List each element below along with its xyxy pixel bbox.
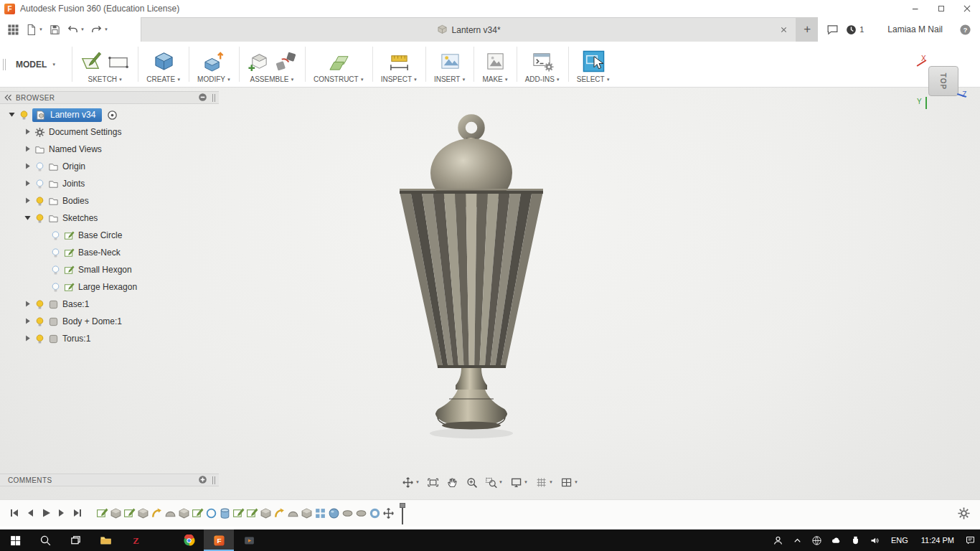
bulb-on-icon[interactable] — [34, 196, 45, 207]
measure-icon[interactable] — [388, 50, 410, 72]
timeline-scrubber[interactable] — [398, 503, 407, 524]
start-icon[interactable] — [0, 529, 30, 551]
ribbon-group-label[interactable]: SKETCH▼ — [88, 75, 123, 83]
chrome-icon[interactable] — [174, 529, 204, 551]
timeline-feature-dome-icon[interactable] — [287, 507, 299, 519]
timeline-feature-sketch-icon[interactable] — [123, 507, 136, 519]
bulb-off-icon[interactable] — [50, 230, 61, 241]
activate-component-radio-icon[interactable] — [107, 110, 118, 121]
panel-grip[interactable] — [212, 476, 215, 484]
tree-item-label[interactable]: Large Hexagon — [78, 282, 137, 292]
ribbon-group-label[interactable]: SELECT▼ — [577, 75, 611, 83]
timeline-feature-sketch-icon[interactable] — [96, 507, 108, 519]
lantern-body[interactable] — [400, 192, 543, 367]
step-forward-icon[interactable] — [56, 507, 69, 520]
skip-start-icon[interactable] — [9, 507, 22, 520]
document-tab[interactable]: Lantern v34* — [141, 17, 796, 42]
tree-item-label[interactable]: Sketches — [62, 213, 98, 223]
timeline-feature-extrude-icon[interactable] — [260, 507, 272, 519]
file-icon[interactable]: ▼ — [24, 20, 44, 39]
collapse-arrow-icon[interactable] — [23, 334, 33, 344]
fusion-icon[interactable]: F — [204, 529, 234, 551]
expand-arrow-icon[interactable] — [7, 110, 17, 120]
tree-item-label[interactable]: Document Settings — [49, 127, 121, 137]
maximize-icon[interactable] — [928, 0, 954, 17]
timeline-feature-sketch-icon[interactable] — [246, 507, 258, 519]
bulb-off-icon[interactable] — [34, 161, 45, 172]
tree-item-label[interactable]: Small Hexgon — [78, 265, 132, 275]
expand-panel-icon[interactable] — [198, 475, 208, 485]
tree-item-origin[interactable]: Origin — [0, 158, 219, 175]
make-icon[interactable] — [484, 50, 507, 72]
tree-item-label[interactable]: Base-Neck — [78, 248, 121, 258]
collapse-arrow-icon[interactable] — [23, 196, 33, 206]
view-cube-face[interactable]: TOP — [928, 66, 958, 96]
timeline-feature-move-icon[interactable] — [382, 507, 395, 519]
person-icon[interactable] — [768, 529, 788, 551]
timeline-feature-dome-icon[interactable] — [164, 507, 176, 519]
ribbon-group-label[interactable]: CREATE▼ — [146, 75, 181, 83]
ribbon-group-create[interactable]: CREATE▼ — [140, 42, 187, 87]
minimize-icon[interactable] — [903, 0, 928, 17]
timeline-feature-sweep-icon[interactable] — [151, 507, 163, 519]
ribbon-group-sketch[interactable]: SKETCH▼ — [74, 42, 136, 87]
timeline-feature-sweep-icon[interactable] — [273, 507, 286, 519]
timeline-feature-sketch-icon[interactable] — [192, 507, 204, 519]
tree-item-large-hexagon[interactable]: Large Hexagon — [0, 278, 219, 296]
tree-item-label[interactable]: Torus:1 — [62, 334, 90, 344]
tree-item-body-dome-1[interactable]: Body + Dome:1 — [0, 313, 219, 330]
tree-item-lantern-v34[interactable]: Lantern v34 — [0, 106, 219, 123]
ribbon-group-label[interactable]: ASSEMBLE▼ — [250, 75, 294, 83]
ribbon-group-label[interactable]: MAKE▼ — [482, 75, 508, 83]
media-player-icon[interactable] — [234, 529, 264, 551]
bulb-on-icon[interactable] — [19, 110, 29, 121]
ribbon-group-select[interactable]: SELECT▼ — [570, 42, 617, 87]
tree-item-base-1[interactable]: Base:1 — [0, 296, 219, 313]
tree-item-label[interactable]: Lantern v34 — [50, 110, 95, 120]
ribbon-group-label[interactable]: INSPECT▼ — [381, 75, 418, 83]
plane-icon[interactable] — [328, 50, 350, 72]
ribbon-group-label[interactable]: MODIFY▼ — [197, 75, 231, 83]
lantern-ring[interactable] — [462, 118, 481, 138]
tree-item-label[interactable]: Joints — [62, 179, 85, 189]
pan-icon[interactable]: ▼ — [399, 474, 423, 491]
new-tab-button[interactable]: + — [796, 17, 818, 42]
ribbon-group-label[interactable]: CONSTRUCT▼ — [314, 75, 364, 83]
collapse-arrow-icon[interactable] — [23, 144, 33, 154]
select-icon[interactable] — [583, 50, 605, 72]
box-icon[interactable] — [153, 50, 175, 72]
bulb-off-icon[interactable] — [50, 248, 61, 258]
collapse-arrow-icon[interactable] — [23, 316, 33, 326]
speaker-icon[interactable] — [865, 529, 885, 551]
timeline-feature-sketch-icon[interactable] — [232, 507, 245, 519]
network-icon[interactable] — [807, 529, 826, 551]
usb-icon[interactable] — [846, 529, 865, 551]
tab-close-icon[interactable] — [777, 24, 790, 37]
timeline-feature-cylinder-icon[interactable] — [219, 507, 231, 519]
expand-arrow-icon[interactable] — [23, 213, 33, 223]
zotero-icon[interactable]: Z — [121, 529, 151, 551]
ribbon-group-insert[interactable]: INSERT▼ — [428, 42, 472, 87]
layout-grid-icon[interactable]: ▼ — [532, 474, 556, 491]
tree-item-label[interactable]: Named Views — [49, 144, 102, 154]
panel-grip[interactable] — [212, 94, 215, 102]
tree-item-label[interactable]: Base Circle — [78, 230, 122, 240]
canvas-icon[interactable] — [439, 50, 461, 72]
model-viewport[interactable]: BROWSER Lantern v34Document SettingsName… — [0, 88, 980, 499]
ribbon-group-label[interactable]: INSERT▼ — [434, 75, 466, 83]
bulb-off-icon[interactable] — [34, 179, 45, 189]
timeline-feature-disc-icon[interactable] — [355, 507, 367, 519]
viewports-icon[interactable]: ▼ — [557, 474, 581, 491]
tree-item-label[interactable]: Bodies — [62, 196, 89, 206]
bulb-on-icon[interactable] — [34, 334, 45, 344]
timeline-feature-circle-icon[interactable] — [205, 507, 217, 519]
step-back-icon[interactable] — [24, 507, 37, 520]
ribbon-group-make[interactable]: MAKE▼ — [476, 42, 514, 87]
timeline-settings-gear-icon[interactable] — [957, 507, 971, 521]
timeline-feature-extrude-icon[interactable] — [137, 507, 149, 519]
notifications-icon[interactable] — [961, 529, 980, 551]
bulb-off-icon[interactable] — [50, 265, 61, 276]
fit-icon[interactable] — [424, 474, 442, 491]
tree-item-base-circle[interactable]: Base Circle — [0, 227, 219, 244]
ribbon-group-label[interactable]: ADD-INS▼ — [525, 75, 560, 83]
